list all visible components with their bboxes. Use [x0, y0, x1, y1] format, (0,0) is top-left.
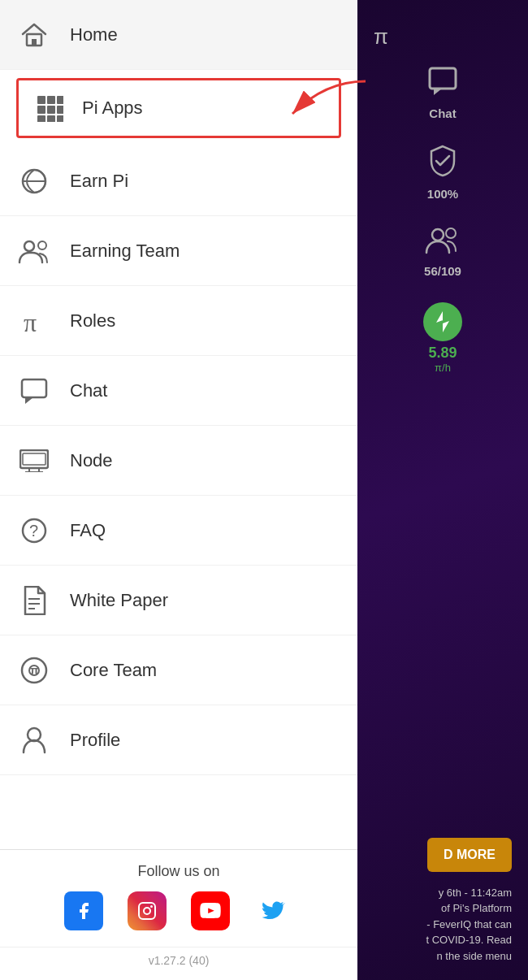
menu-chat-label: Chat — [70, 380, 107, 401]
load-more-button[interactable]: D MORE — [427, 838, 512, 872]
menu-drawer: Home Pi Apps — [0, 0, 357, 980]
menu-white-paper-label: White Paper — [70, 590, 168, 611]
menu-roles-label: Roles — [70, 310, 115, 332]
svg-rect-25 — [23, 453, 45, 465]
faq-icon: ? — [16, 513, 52, 549]
menu-item-node[interactable]: Node — [0, 426, 357, 496]
earning-team-icon — [16, 233, 52, 269]
svg-rect-7 — [32, 39, 37, 46]
svg-point-3 — [446, 228, 456, 238]
follow-us-label: Follow us on — [16, 863, 341, 880]
svg-rect-10 — [57, 96, 63, 104]
svg-point-39 — [144, 908, 150, 914]
menu-node-label: Node — [70, 450, 113, 471]
earn-pi-icon — [16, 163, 52, 199]
youtube-button[interactable] — [191, 891, 230, 930]
menu-item-pi-apps[interactable]: Pi Apps — [16, 78, 341, 138]
menu-item-pi-apps-wrapper: Pi Apps — [0, 70, 357, 146]
svg-rect-15 — [47, 115, 55, 122]
svg-rect-16 — [57, 115, 63, 122]
bottom-right-content: D MORE y 6th - 11:42am of Pi's Platform … — [349, 708, 528, 981]
svg-rect-8 — [37, 96, 45, 104]
svg-rect-14 — [37, 115, 45, 122]
news-text: y 6th - 11:42am of Pi's Platform - Fever… — [366, 885, 512, 965]
svg-rect-12 — [47, 106, 55, 114]
svg-point-40 — [150, 905, 153, 908]
svg-text:π: π — [24, 308, 37, 335]
menu-pi-apps-label: Pi Apps — [82, 98, 143, 119]
white-paper-icon — [16, 583, 52, 618]
social-icons-row — [16, 891, 341, 930]
mining-icon — [423, 302, 462, 341]
security-icon-item[interactable]: 100% — [427, 145, 458, 201]
menu-core-team-label: Core Team — [70, 660, 157, 681]
chat-icon-item[interactable]: Chat — [427, 66, 458, 120]
mining-icon-item[interactable]: 5.89 π/h — [423, 302, 462, 374]
roles-icon: π — [16, 303, 52, 339]
svg-rect-9 — [47, 96, 55, 104]
profile-icon — [16, 722, 52, 758]
menu-item-roles[interactable]: π Roles — [0, 286, 357, 356]
node-icon — [16, 443, 52, 479]
menu-item-chat[interactable]: Chat — [0, 356, 357, 426]
menu-home-label: Home — [70, 24, 118, 46]
menu-item-profile[interactable]: Profile — [0, 705, 357, 775]
svg-marker-4 — [436, 311, 449, 332]
core-team-icon: π — [16, 653, 52, 688]
chat-menu-icon — [16, 373, 52, 409]
svg-point-37 — [28, 728, 41, 741]
pi-symbol-top: π — [374, 24, 388, 50]
svg-rect-13 — [57, 106, 63, 114]
facebook-button[interactable] — [64, 891, 103, 930]
svg-text:?: ? — [29, 522, 38, 540]
svg-rect-38 — [139, 903, 155, 919]
svg-marker-1 — [434, 89, 442, 95]
team-icon-item[interactable]: 56/109 — [424, 225, 461, 278]
mining-rate-unit: π/h — [435, 362, 451, 374]
menu-profile-label: Profile — [70, 730, 120, 751]
menu-item-earn-pi[interactable]: Earn Pi — [0, 146, 357, 216]
pi-apps-icon — [32, 90, 67, 126]
mining-rate-label: 5.89 — [428, 345, 457, 362]
svg-text:π: π — [30, 664, 39, 677]
instagram-button[interactable] — [128, 891, 167, 930]
svg-point-20 — [38, 241, 46, 249]
svg-rect-22 — [22, 379, 46, 397]
twitter-button[interactable] — [254, 891, 293, 930]
shield-icon — [428, 145, 457, 184]
menu-faq-label: FAQ — [70, 520, 106, 541]
version-text: v1.27.2 (40) — [0, 947, 357, 980]
svg-point-19 — [24, 241, 34, 251]
menu-item-faq[interactable]: ? FAQ — [0, 496, 357, 566]
menu-earning-team-label: Earning Team — [70, 241, 180, 262]
menu-earn-pi-label: Earn Pi — [70, 171, 128, 192]
svg-rect-0 — [430, 68, 456, 89]
follow-us-section: Follow us on — [0, 849, 357, 947]
chat-label: Chat — [429, 106, 456, 120]
menu-item-core-team[interactable]: π Core Team — [0, 635, 357, 705]
chat-icon — [427, 66, 458, 103]
svg-point-2 — [432, 229, 444, 241]
menu-item-white-paper[interactable]: White Paper — [0, 566, 357, 635]
menu-item-earning-team[interactable]: Earning Team — [0, 216, 357, 286]
svg-rect-11 — [37, 106, 45, 114]
home-icon — [16, 17, 52, 53]
menu-item-home[interactable]: Home — [0, 0, 357, 70]
security-label: 100% — [427, 187, 458, 201]
team-label: 56/109 — [424, 264, 461, 278]
team-icon — [425, 225, 461, 261]
